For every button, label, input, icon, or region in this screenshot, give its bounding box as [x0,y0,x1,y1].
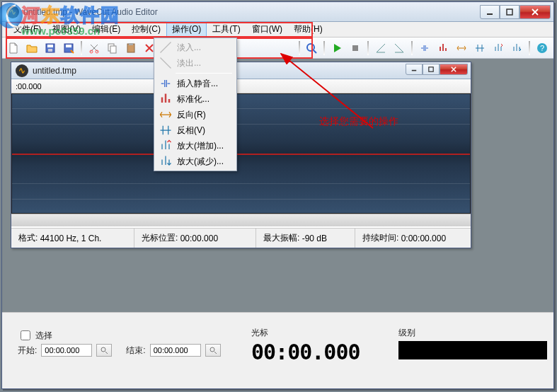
start-input[interactable] [41,344,92,357]
menu-view[interactable]: 视图(V) [47,21,86,38]
doc-icon [16,64,28,77]
fadeout-icon[interactable] [391,40,408,57]
invert-icon [159,125,173,136]
select-checkbox[interactable] [21,330,30,340]
format-label: 格式: [18,232,38,244]
menu-tools[interactable]: 工具(T) [207,21,246,38]
amp-up-icon [159,140,173,151]
bottom-panel: 选择 开始: 结束: 光标 00:00.000 级别 [2,312,553,388]
reverse-icon [159,109,173,120]
svg-rect-10 [110,46,116,53]
menubar: 文件(F) 视图(V) 编辑(E) 控制(C) 操作(O) 工具(T) 窗口(W… [2,22,553,38]
menu-file[interactable]: 文件(F) [8,21,47,38]
svg-rect-3 [47,45,53,47]
menu-control[interactable]: 控制(C) [126,21,166,38]
format-value: 44100 Hz, 1 Ch. [40,234,102,243]
dd-amp-down[interactable]: 放大(减少)... [156,154,235,169]
window-title: untitled.tmp - WaveCut Audio Editor [23,7,158,17]
menu-help[interactable]: 帮助(H) [288,21,328,38]
new-button[interactable] [5,40,22,57]
amp-down-icon[interactable] [508,40,525,57]
start-goto-button[interactable] [96,344,112,357]
dd-fade-in: 淡入... [156,40,235,55]
silence-icon [159,78,173,89]
end-label: 结束: [126,345,145,357]
minimize-button[interactable] [480,5,500,19]
doc-maximize-button[interactable] [423,64,440,75]
duration-label: 持续时间: [362,232,398,244]
close-button[interactable] [519,5,551,19]
level-meter [398,341,547,359]
normalize-icon [159,93,173,105]
end-input[interactable] [150,344,201,357]
fadeout-icon [159,57,173,69]
end-goto-button[interactable] [205,344,221,357]
svg-rect-17 [412,69,416,71]
level-label: 级别 [398,328,415,338]
select-label: 选择 [35,330,52,342]
svg-rect-6 [66,45,71,47]
doc-title: untitled.tmp [33,66,76,76]
duration-value: 0:00:00.000 [401,234,446,243]
reverse-icon[interactable] [453,40,470,57]
silence-icon[interactable] [416,40,433,57]
dd-normalize[interactable]: 标准化... [156,91,235,107]
dd-amp-up[interactable]: 放大(增加)... [156,138,235,154]
normalize-icon[interactable] [435,40,452,57]
annotation-text: 选择您需要的操作 [319,115,398,128]
menu-operate[interactable]: 操作(O) [166,21,207,38]
dd-invert[interactable]: 反相(V) [156,122,235,138]
dd-fade-out: 淡出... [156,55,235,71]
peak-value: -90 dB [302,234,327,243]
svg-rect-18 [429,67,433,71]
invert-icon[interactable] [471,40,488,57]
app-icon [6,6,19,18]
help-button[interactable]: ? [534,40,551,57]
svg-rect-4 [48,49,52,52]
fadein-icon [159,42,173,53]
svg-point-20 [210,347,214,352]
doc-minimize-button[interactable] [406,64,423,75]
save-as-button[interactable] [60,40,77,57]
svg-text:?: ? [540,44,544,52]
cursor-pos-value: 00:00.000 [180,234,218,243]
operate-dropdown: 淡入... 淡出... 插入静音... 标准化... 反向(R) 反相(V) 放… [154,38,237,171]
peak-label: 最大振幅: [263,232,299,244]
doc-statusbar: 格式: 44100 Hz, 1 Ch. 光标位置: 00:00.000 最大振幅… [11,228,471,248]
save-button[interactable] [42,40,59,57]
timeline-origin: :00.000 [16,82,42,91]
amp-down-icon [159,156,173,167]
paste-button[interactable] [122,40,139,57]
start-label: 开始: [18,345,37,357]
dd-insert-silence[interactable]: 插入静音... [156,76,235,91]
maximize-button[interactable] [500,5,519,19]
horizontal-scrollbar[interactable] [11,214,471,226]
open-button[interactable] [23,40,40,57]
cut-button[interactable] [86,40,103,57]
cursor-pos-label: 光标位置: [142,232,178,244]
menu-edit[interactable]: 编辑(E) [86,21,126,38]
amp-up-icon[interactable] [490,40,507,57]
svg-point-19 [101,347,105,352]
svg-rect-0 [487,13,493,15]
cursor-label: 光标 [251,328,268,338]
dd-reverse[interactable]: 反向(R) [156,107,235,122]
svg-rect-12 [129,43,133,45]
menu-window[interactable]: 窗口(W) [246,21,288,38]
svg-rect-1 [507,9,512,15]
titlebar: untitled.tmp - WaveCut Audio Editor [2,2,553,22]
cursor-time: 00:00.000 [251,340,360,364]
doc-close-button[interactable] [440,64,468,75]
copy-button[interactable] [104,40,121,57]
